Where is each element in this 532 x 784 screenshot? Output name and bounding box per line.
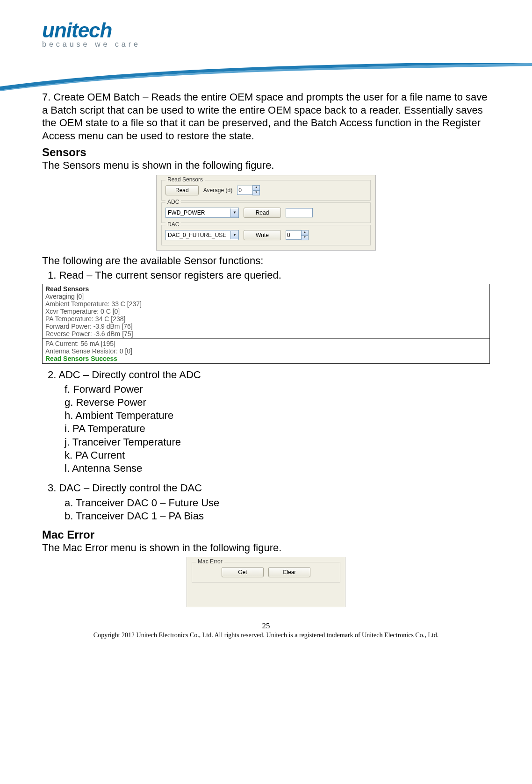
read-output-line: Averaging [0] bbox=[45, 293, 487, 300]
figure-mac-error-panel: Mac Error Get Clear bbox=[187, 557, 345, 607]
adc-group-title: ADC bbox=[165, 199, 181, 205]
read-sensors-group: Read Sensors Read Average (d) ▲ ▼ bbox=[161, 180, 371, 201]
sensor-item-3: 3. DAC – Directly control the DAC bbox=[48, 482, 490, 495]
average-spinner[interactable]: ▲ ▼ bbox=[237, 185, 260, 195]
dac-value-input[interactable] bbox=[286, 230, 302, 240]
sensor-functions-intro: The following are the available Sensor f… bbox=[42, 254, 490, 267]
sensor-item-2: 2. ADC – Directly control the ADC bbox=[48, 368, 490, 381]
average-value-input[interactable] bbox=[237, 186, 253, 195]
adc-group: ADC FWD_POWER ▼ Read bbox=[161, 202, 371, 223]
read-output-line: Xcvr Temperature: 0 C [0] bbox=[45, 308, 487, 315]
logo-area: unitech because we care bbox=[42, 19, 490, 49]
read-output-line: Forward Power: -3.9 dBm [76] bbox=[45, 323, 487, 330]
read-output-line: PA Current: 56 mA [195] bbox=[45, 340, 487, 347]
spin-down-icon[interactable]: ▼ bbox=[301, 235, 309, 240]
read-output-line: Ambient Temperature: 33 C [237] bbox=[45, 300, 487, 308]
paragraph-7: 7. Create OEM Batch – Reads the entire O… bbox=[42, 91, 490, 142]
adc-sub-item: j. Tranceiver Temperature bbox=[65, 436, 490, 449]
average-label: Average (d) bbox=[203, 187, 232, 194]
read-output-line: PA Temperature: 34 C [238] bbox=[45, 315, 487, 323]
adc-combobox[interactable]: FWD_POWER ▼ bbox=[165, 208, 239, 218]
adc-sub-item: f. Forward Power bbox=[65, 383, 490, 396]
spin-up-icon[interactable]: ▲ bbox=[252, 185, 260, 190]
spin-down-icon[interactable]: ▼ bbox=[252, 190, 260, 195]
adc-sub-item: l. Antenna Sense bbox=[65, 462, 490, 475]
adc-read-button[interactable]: Read bbox=[244, 208, 281, 218]
dac-group-title: DAC bbox=[165, 221, 181, 228]
read-sensors-output: Read Sensors Averaging [0] Ambient Tempe… bbox=[42, 284, 490, 364]
dac-value-spinner[interactable]: ▲ ▼ bbox=[286, 230, 309, 240]
read-button[interactable]: Read bbox=[165, 185, 199, 195]
mac-error-get-button[interactable]: Get bbox=[222, 567, 264, 577]
chevron-down-icon[interactable]: ▼ bbox=[230, 209, 238, 217]
adc-sub-item: i. PA Temperature bbox=[65, 422, 490, 435]
page-number: 25 bbox=[42, 621, 490, 631]
sensor-item-1: 1. Read – The current sensor registers a… bbox=[48, 269, 490, 282]
adc-selected-value: FWD_POWER bbox=[166, 209, 230, 216]
adc-sub-item: h. Ambient Temperature bbox=[65, 409, 490, 422]
dac-sub-item: b. Tranceiver DAC 1 – PA Bias bbox=[65, 510, 490, 523]
section-title-sensors: Sensors bbox=[42, 146, 490, 159]
sensors-intro: The Sensors menu is shown in the followi… bbox=[42, 159, 490, 172]
footer: 25 Copyright 2012 Unitech Electronics Co… bbox=[42, 621, 490, 639]
read-output-line: Antenna Sense Resistor: 0 [0] bbox=[45, 347, 487, 355]
spin-up-icon[interactable]: ▲ bbox=[301, 230, 309, 235]
read-output-title: Read Sensors bbox=[45, 285, 487, 293]
dac-selected-value: DAC_0_FUTURE_USE bbox=[166, 232, 230, 238]
adc-readout-box bbox=[286, 208, 313, 217]
copyright-text: Copyright 2012 Unitech Electronics Co., … bbox=[42, 632, 490, 639]
mac-error-group-title: Mac Error bbox=[196, 558, 224, 565]
adc-sub-item: k. PA Current bbox=[65, 449, 490, 462]
read-sensors-group-title: Read Sensors bbox=[165, 176, 205, 183]
read-output-line: Reverse Power: -3.6 dBm [75] bbox=[45, 330, 487, 338]
dac-sub-item: a. Tranceiver DAC 0 – Future Use bbox=[65, 496, 490, 510]
logo-tagline: because we care bbox=[42, 40, 490, 49]
figure-sensors-panel: Read Sensors Read Average (d) ▲ ▼ ADC bbox=[156, 175, 376, 251]
mac-error-intro: The Mac Error menu is shown in the follo… bbox=[42, 541, 490, 554]
section-title-mac-error: Mac Error bbox=[42, 528, 490, 541]
chevron-down-icon[interactable]: ▼ bbox=[230, 231, 238, 239]
mac-error-group: Mac Error Get Clear bbox=[192, 562, 340, 583]
dac-group: DAC DAC_0_FUTURE_USE ▼ Write ▲ ▼ bbox=[161, 225, 371, 245]
read-output-success: Read Sensors Success bbox=[45, 355, 487, 362]
mac-error-clear-button[interactable]: Clear bbox=[268, 567, 310, 577]
dac-write-button[interactable]: Write bbox=[244, 230, 281, 240]
header-swoosh-decoration bbox=[0, 63, 532, 91]
logo-brand: unitech bbox=[42, 19, 490, 42]
dac-combobox[interactable]: DAC_0_FUTURE_USE ▼ bbox=[165, 230, 239, 240]
adc-sub-item: g. Reverse Power bbox=[65, 396, 490, 409]
